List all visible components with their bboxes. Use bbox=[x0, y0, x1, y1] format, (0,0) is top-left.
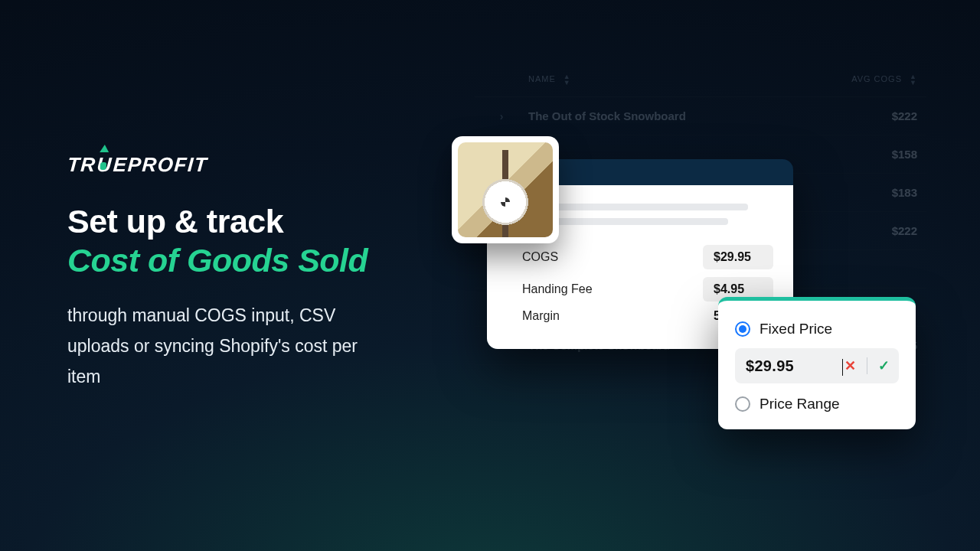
radio-label: Fixed Price bbox=[760, 321, 832, 337]
product-price: $222 bbox=[842, 109, 926, 122]
brand-logo: TR U EPROFIT bbox=[67, 153, 420, 177]
confirm-icon[interactable]: ✓ bbox=[875, 356, 893, 376]
table-row[interactable]: › The Out of Stock Snowboard $222 bbox=[475, 97, 926, 135]
product-price: $183 bbox=[842, 186, 926, 199]
sort-icon[interactable]: ▲▼ bbox=[910, 73, 917, 86]
price-mode-popover: Fixed Price $29.95 ✕ ✓ Price Range bbox=[718, 297, 916, 429]
logo-dot-icon bbox=[100, 162, 107, 170]
detail-label: COGS bbox=[522, 250, 558, 264]
radio-label: Price Range bbox=[760, 396, 840, 412]
logo-letter-u: U bbox=[96, 153, 113, 177]
price-value[interactable]: $29.95 bbox=[746, 357, 841, 375]
radio-price-range[interactable]: Price Range bbox=[735, 396, 899, 412]
detail-label: Margin bbox=[522, 309, 560, 323]
col-avg-cogs[interactable]: AVG COGS bbox=[851, 74, 902, 83]
divider bbox=[867, 357, 867, 374]
col-name[interactable]: NAME bbox=[528, 74, 556, 83]
logo-text-post: EPROFIT bbox=[113, 153, 208, 177]
table-header: NAME ▲▼ AVG COGS ▲▼ bbox=[475, 66, 926, 97]
headline-line-1: Set up & track bbox=[67, 203, 283, 240]
cancel-icon[interactable]: ✕ bbox=[841, 356, 859, 376]
cogs-input[interactable]: $29.95 bbox=[703, 245, 773, 269]
subcopy: through manual COGS input, CSV uploads o… bbox=[67, 300, 389, 393]
radio-fixed-price[interactable]: Fixed Price bbox=[735, 321, 899, 337]
detail-row-cogs: COGS $29.95 bbox=[522, 245, 773, 269]
product-price: $158 bbox=[842, 148, 926, 161]
watch-image bbox=[458, 142, 553, 237]
headline: Set up & track Cost of Goods Sold bbox=[67, 203, 420, 280]
sort-icon[interactable]: ▲▼ bbox=[564, 73, 571, 86]
arrow-up-icon bbox=[100, 145, 109, 152]
headline-accent: Cost of Goods Sold bbox=[67, 242, 420, 279]
product-name: The Out of Stock Snowboard bbox=[528, 109, 842, 122]
chevron-right-icon[interactable]: › bbox=[475, 110, 528, 122]
fixed-price-input[interactable]: $29.95 ✕ ✓ bbox=[735, 348, 899, 383]
product-price: $222 bbox=[842, 224, 926, 237]
product-thumbnail bbox=[452, 136, 559, 243]
radio-icon[interactable] bbox=[735, 321, 750, 337]
detail-label: Handing Fee bbox=[522, 282, 593, 296]
logo-text-pre: TR bbox=[67, 153, 97, 177]
radio-icon[interactable] bbox=[735, 396, 750, 412]
